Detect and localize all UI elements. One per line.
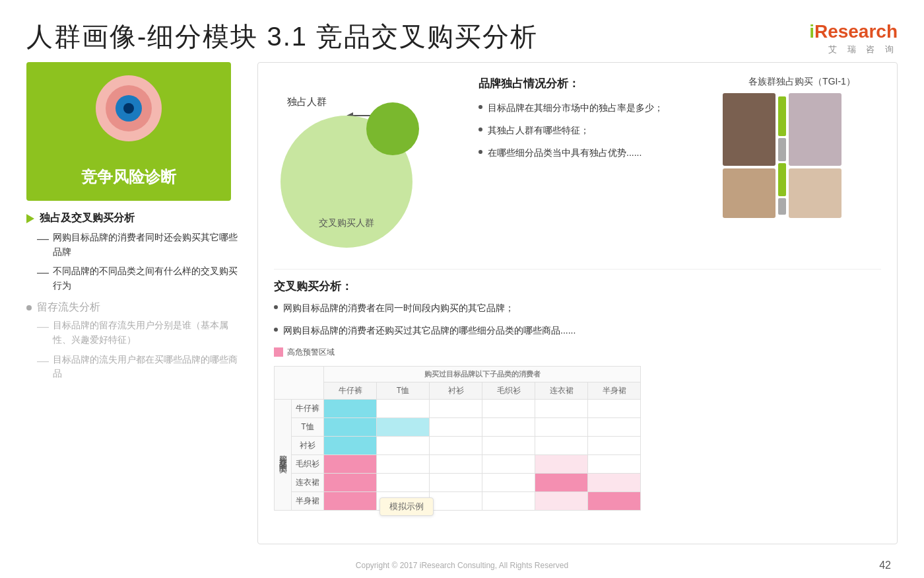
page-number: 42 bbox=[879, 560, 891, 571]
right-panel: 独占人群 交叉购买人群 品牌独占情况分析： bbox=[257, 62, 898, 544]
section2-item2: — 目标品牌的流失用户都在买哪些品牌的哪些商品 bbox=[26, 353, 244, 381]
logo-i: i bbox=[809, 21, 814, 42]
table-legend: 高危预警区域 bbox=[274, 347, 881, 358]
row-label: 牛仔裤 bbox=[292, 399, 324, 417]
row-label: 毛织衫 bbox=[292, 454, 324, 473]
section1-item1: — 网购目标品牌的消费者同时还会购买其它哪些品牌 bbox=[26, 231, 244, 259]
table-row: 半身裙 bbox=[275, 491, 641, 510]
section1-item2: — 不同品牌的不同品类之间有什么样的交叉购买行为 bbox=[26, 264, 244, 293]
col-header-1: T恤 bbox=[377, 382, 430, 399]
eye-icon bbox=[96, 75, 162, 141]
tgi-bar-3 bbox=[778, 163, 786, 196]
table-cell bbox=[324, 491, 377, 510]
venn-label-bottom: 交叉购买人群 bbox=[319, 217, 374, 229]
table-cell bbox=[377, 473, 430, 491]
table-row: 连衣裙 bbox=[275, 473, 641, 491]
arrow-right-icon bbox=[26, 214, 34, 223]
bullet-dot-icon bbox=[478, 127, 482, 131]
table-cell bbox=[535, 417, 588, 436]
table-cell bbox=[324, 417, 377, 436]
table-cell bbox=[324, 473, 377, 491]
brand-analysis: 品牌独占情况分析： 目标品牌在其细分市场中的独占率是多少； 其独占人群有哪些特征… bbox=[472, 76, 710, 261]
tgi-title: 各族群独占购买（TGI-1） bbox=[723, 76, 881, 88]
table-cell bbox=[482, 436, 535, 454]
bullet-dot-icon bbox=[274, 328, 278, 332]
cross-buy-bullet-1: 网购目标品牌的消费者在同一时间段内购买的其它品牌； bbox=[274, 301, 881, 316]
logo-area: iResearch 艾 瑞 咨 询 bbox=[809, 18, 898, 55]
cross-table: 购买过目标品牌以下子品类的消费者 牛仔裤 T恤 衬衫 毛织衫 连衣裙 半身裙 bbox=[274, 366, 641, 511]
cross-buy-bullets: 网购目标品牌的消费者在同一时间段内购买的其它品牌； 网购目标品牌的消费者还购买过… bbox=[274, 301, 881, 339]
table-cell bbox=[482, 417, 535, 436]
venn-small-circle bbox=[366, 102, 419, 155]
tgi-area: 各族群独占购买（TGI-1） bbox=[723, 76, 881, 261]
table-cell bbox=[324, 399, 377, 417]
table-wrapper: 高危预警区域 购买过目标品牌以下子品类的消费者 牛仔裤 T恤 衬 bbox=[274, 347, 881, 511]
dash-icon: — bbox=[37, 264, 49, 281]
logo-research: Research bbox=[814, 21, 898, 42]
table-cell bbox=[588, 436, 641, 454]
photo-4 bbox=[789, 168, 842, 218]
section2-title: 留存流失分析 bbox=[26, 301, 244, 314]
table-col-headers: 牛仔裤 T恤 衬衫 毛织衫 连衣裙 半身裙 bbox=[275, 382, 641, 399]
table-cell bbox=[324, 436, 377, 454]
page-footer: Copyright © 2017 iResearch Consulting, A… bbox=[0, 561, 924, 570]
table-cell bbox=[377, 454, 430, 473]
venn-area: 独占人群 交叉购买人群 bbox=[274, 76, 459, 261]
col-header-0: 牛仔裤 bbox=[324, 382, 377, 399]
table-cell bbox=[324, 454, 377, 473]
content-area: 竞争风险诊断 独占及交叉购买分析 — 网购目标品牌的消费者同时还会购买其它哪些品… bbox=[0, 62, 924, 544]
brand-analysis-title: 品牌独占情况分析： bbox=[478, 76, 703, 91]
eye-outer bbox=[96, 75, 162, 141]
col-header-2: 衬衫 bbox=[430, 382, 482, 399]
brand-bullet-3: 在哪些细分品类当中具有独占优势...... bbox=[478, 145, 703, 161]
brand-bullet-1: 目标品牌在其细分市场中的独占率是多少； bbox=[478, 100, 703, 116]
table-cell bbox=[535, 399, 588, 417]
photo-1 bbox=[723, 93, 776, 166]
eye-pupil bbox=[123, 103, 134, 114]
eye-inner bbox=[116, 95, 142, 122]
row-label: 衬衫 bbox=[292, 436, 324, 454]
table-cell bbox=[430, 417, 482, 436]
table-row: 毛织衫 bbox=[275, 454, 641, 473]
table-cell bbox=[430, 399, 482, 417]
dash-icon: — bbox=[37, 353, 49, 369]
green-box: 竞争风险诊断 bbox=[26, 62, 231, 201]
section2-item1: — 目标品牌的留存流失用户分别是谁（基本属性、兴趣爱好特征） bbox=[26, 318, 244, 347]
left-text-section: 独占及交叉购买分析 — 网购目标品牌的消费者同时还会购买其它哪些品牌 — 不同品… bbox=[26, 201, 244, 397]
photo-col-1 bbox=[723, 93, 776, 218]
col-header-5: 半身裙 bbox=[588, 382, 641, 399]
cross-buy-section: 交叉购买分析： 网购目标品牌的消费者在同一时间段内购买的其它品牌； 网购目标品牌… bbox=[274, 269, 881, 511]
table-cell bbox=[482, 454, 535, 473]
row-label: 半身裙 bbox=[292, 491, 324, 510]
green-box-title: 竞争风险诊断 bbox=[81, 166, 176, 188]
table-cell bbox=[377, 417, 430, 436]
cross-buy-bullet-2: 网购目标品牌的消费者还购买过其它品牌的哪些细分品类的哪些商品...... bbox=[274, 323, 881, 339]
table-cell bbox=[535, 454, 588, 473]
table-cell bbox=[430, 473, 482, 491]
table-container: 购买过目标品牌以下子品类的消费者 牛仔裤 T恤 衬衫 毛织衫 连衣裙 半身裙 bbox=[274, 366, 881, 511]
photo-col-2 bbox=[789, 93, 842, 218]
photo-2 bbox=[789, 93, 842, 166]
table-cell bbox=[535, 491, 588, 510]
dash-icon: — bbox=[37, 318, 49, 335]
table-cell bbox=[588, 491, 641, 510]
logo: iResearch bbox=[809, 21, 898, 42]
dash-icon: — bbox=[37, 231, 49, 247]
copyright: Copyright © 2017 iResearch Consulting, A… bbox=[356, 561, 568, 570]
dot-icon bbox=[26, 305, 32, 310]
section1-title: 独占及交叉购买分析 bbox=[26, 211, 244, 225]
page-title: 人群画像-细分模块 3.1 竞品交叉购买分析 bbox=[26, 18, 538, 55]
table-cell bbox=[430, 436, 482, 454]
tgi-bar-1 bbox=[778, 96, 786, 136]
right-top-row: 独占人群 交叉购买人群 品牌独占情况分析： bbox=[274, 76, 881, 261]
table-cell bbox=[482, 491, 535, 510]
tgi-bars-col bbox=[778, 93, 786, 218]
brand-bullet-2: 其独占人群有哪些特征； bbox=[478, 123, 703, 139]
table-cell bbox=[588, 399, 641, 417]
table-row: 购买过竞品的子品类牛仔裤 bbox=[275, 399, 641, 417]
row-label: 连衣裙 bbox=[292, 473, 324, 491]
table-cell bbox=[535, 436, 588, 454]
page-header: 人群画像-细分模块 3.1 竞品交叉购买分析 iResearch 艾 瑞 咨 询 bbox=[0, 0, 924, 62]
col-header-3: 毛织衫 bbox=[482, 382, 535, 399]
logo-subtitle: 艾 瑞 咨 询 bbox=[828, 44, 898, 55]
